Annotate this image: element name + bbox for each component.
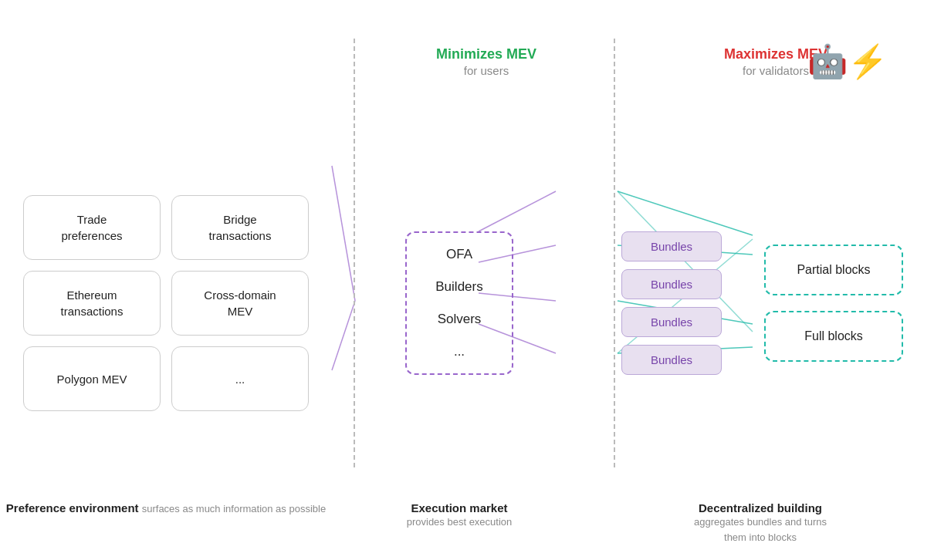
bundle-1: Bundles [621,231,722,261]
partial-blocks-box: Partial blocks [764,245,903,295]
exec-market-sub: provides best execution [332,514,587,530]
more-item: ... [425,339,493,364]
decentralized-building-label: Decentralized building aggregates bundle… [587,501,934,545]
minimizes-sub: for users [355,64,618,77]
exec-market-main: Execution market [332,501,587,514]
execution-market-box: OFA Builders Solvers ... [405,231,513,375]
pref-env-sub: surfaces as much information as possible [142,503,326,514]
top-label-left-spacer [0,46,355,77]
polygon-mev-box: Polygon MEV [23,346,161,411]
decentralized-building-section: Partial blocks Full blocks [756,245,934,362]
bundle-3: Bundles [621,307,722,337]
preference-env-label: Preference environment surfaces as much … [0,501,332,545]
trade-preferences-box: Tradepreferences [23,195,161,260]
ofa-item: OFA [425,242,493,267]
bottom-labels: Preference environment surfaces as much … [0,501,934,545]
bundle-4: Bundles [621,345,722,375]
ellipsis-box: ... [171,346,309,411]
cross-domain-mev-box: Cross-domainMEV [171,271,309,336]
top-labels: Minimizes MEV for users Maximizes MEV fo… [0,46,934,77]
minimizes-mev-label: Minimizes MEV for users [355,46,618,77]
solvers-item: Solvers [425,307,493,332]
full-blocks-box: Full blocks [764,311,903,362]
pref-env-main: Preference environment [6,501,142,514]
minimizes-text: Minimizes MEV [355,46,618,62]
preference-environment-section: Tradepreferences Bridgetransactions Ethe… [0,195,332,411]
execution-market-section: OFA Builders Solvers ... [332,231,587,375]
main-content-area: Tradepreferences Bridgetransactions Ethe… [0,123,934,483]
robot-icon: 🤖⚡ [807,42,888,80]
execution-market-label: Execution market provides best execution [332,501,587,545]
decent-build-sub: aggregates bundles and turnsthem into bl… [587,514,934,545]
bundles-section: Bundles Bundles Bundles Bundles [587,231,756,375]
ethereum-transactions-box: Ethereumtransactions [23,271,161,336]
bundle-2: Bundles [621,269,722,299]
bridge-transactions-box: Bridgetransactions [171,195,309,260]
builders-item: Builders [425,275,493,299]
decent-build-main: Decentralized building [587,501,934,514]
